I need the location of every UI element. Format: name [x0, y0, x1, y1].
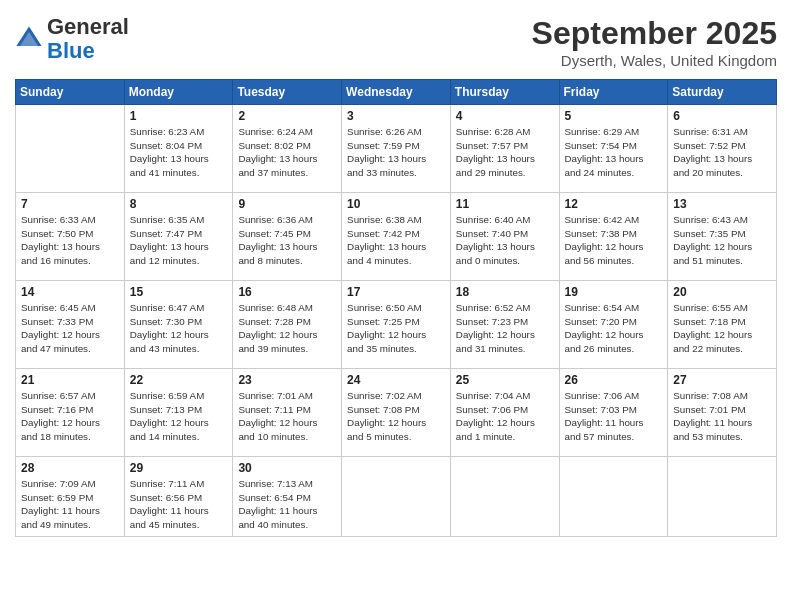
calendar-week-4: 21Sunrise: 6:57 AMSunset: 7:16 PMDayligh…	[16, 369, 777, 457]
table-row	[450, 457, 559, 537]
day-number: 20	[673, 285, 771, 299]
day-number: 5	[565, 109, 663, 123]
day-number: 26	[565, 373, 663, 387]
day-info: Sunrise: 7:01 AMSunset: 7:11 PMDaylight:…	[238, 389, 336, 444]
day-number: 30	[238, 461, 336, 475]
table-row: 27Sunrise: 7:08 AMSunset: 7:01 PMDayligh…	[668, 369, 777, 457]
day-number: 24	[347, 373, 445, 387]
calendar-week-1: 1Sunrise: 6:23 AMSunset: 8:04 PMDaylight…	[16, 105, 777, 193]
day-info: Sunrise: 6:28 AMSunset: 7:57 PMDaylight:…	[456, 125, 554, 180]
logo-icon	[15, 25, 43, 53]
day-number: 12	[565, 197, 663, 211]
weekday-header-row: SundayMondayTuesdayWednesdayThursdayFrid…	[16, 80, 777, 105]
weekday-saturday: Saturday	[668, 80, 777, 105]
day-number: 23	[238, 373, 336, 387]
location: Dyserth, Wales, United Kingdom	[532, 52, 777, 69]
table-row: 2Sunrise: 6:24 AMSunset: 8:02 PMDaylight…	[233, 105, 342, 193]
table-row: 28Sunrise: 7:09 AMSunset: 6:59 PMDayligh…	[16, 457, 125, 537]
day-number: 21	[21, 373, 119, 387]
calendar-week-3: 14Sunrise: 6:45 AMSunset: 7:33 PMDayligh…	[16, 281, 777, 369]
table-row: 13Sunrise: 6:43 AMSunset: 7:35 PMDayligh…	[668, 193, 777, 281]
day-number: 8	[130, 197, 228, 211]
day-info: Sunrise: 7:08 AMSunset: 7:01 PMDaylight:…	[673, 389, 771, 444]
day-number: 10	[347, 197, 445, 211]
day-info: Sunrise: 6:33 AMSunset: 7:50 PMDaylight:…	[21, 213, 119, 268]
day-number: 15	[130, 285, 228, 299]
title-block: September 2025 Dyserth, Wales, United Ki…	[532, 15, 777, 69]
table-row: 6Sunrise: 6:31 AMSunset: 7:52 PMDaylight…	[668, 105, 777, 193]
table-row: 24Sunrise: 7:02 AMSunset: 7:08 PMDayligh…	[342, 369, 451, 457]
calendar-week-2: 7Sunrise: 6:33 AMSunset: 7:50 PMDaylight…	[16, 193, 777, 281]
day-info: Sunrise: 7:09 AMSunset: 6:59 PMDaylight:…	[21, 477, 119, 532]
day-info: Sunrise: 6:47 AMSunset: 7:30 PMDaylight:…	[130, 301, 228, 356]
day-info: Sunrise: 6:38 AMSunset: 7:42 PMDaylight:…	[347, 213, 445, 268]
logo-general: General	[47, 14, 129, 39]
table-row: 23Sunrise: 7:01 AMSunset: 7:11 PMDayligh…	[233, 369, 342, 457]
day-info: Sunrise: 6:26 AMSunset: 7:59 PMDaylight:…	[347, 125, 445, 180]
table-row: 17Sunrise: 6:50 AMSunset: 7:25 PMDayligh…	[342, 281, 451, 369]
day-number: 1	[130, 109, 228, 123]
day-info: Sunrise: 6:55 AMSunset: 7:18 PMDaylight:…	[673, 301, 771, 356]
day-number: 27	[673, 373, 771, 387]
day-info: Sunrise: 6:35 AMSunset: 7:47 PMDaylight:…	[130, 213, 228, 268]
table-row: 20Sunrise: 6:55 AMSunset: 7:18 PMDayligh…	[668, 281, 777, 369]
page-header: General Blue September 2025 Dyserth, Wal…	[15, 15, 777, 69]
day-info: Sunrise: 6:36 AMSunset: 7:45 PMDaylight:…	[238, 213, 336, 268]
day-info: Sunrise: 6:43 AMSunset: 7:35 PMDaylight:…	[673, 213, 771, 268]
weekday-tuesday: Tuesday	[233, 80, 342, 105]
table-row: 4Sunrise: 6:28 AMSunset: 7:57 PMDaylight…	[450, 105, 559, 193]
logo: General Blue	[15, 15, 129, 63]
table-row: 26Sunrise: 7:06 AMSunset: 7:03 PMDayligh…	[559, 369, 668, 457]
day-info: Sunrise: 6:45 AMSunset: 7:33 PMDaylight:…	[21, 301, 119, 356]
day-number: 19	[565, 285, 663, 299]
table-row: 19Sunrise: 6:54 AMSunset: 7:20 PMDayligh…	[559, 281, 668, 369]
day-info: Sunrise: 7:04 AMSunset: 7:06 PMDaylight:…	[456, 389, 554, 444]
table-row: 16Sunrise: 6:48 AMSunset: 7:28 PMDayligh…	[233, 281, 342, 369]
day-number: 2	[238, 109, 336, 123]
table-row: 30Sunrise: 7:13 AMSunset: 6:54 PMDayligh…	[233, 457, 342, 537]
table-row: 29Sunrise: 7:11 AMSunset: 6:56 PMDayligh…	[124, 457, 233, 537]
day-number: 17	[347, 285, 445, 299]
table-row: 1Sunrise: 6:23 AMSunset: 8:04 PMDaylight…	[124, 105, 233, 193]
table-row: 12Sunrise: 6:42 AMSunset: 7:38 PMDayligh…	[559, 193, 668, 281]
table-row: 3Sunrise: 6:26 AMSunset: 7:59 PMDaylight…	[342, 105, 451, 193]
day-info: Sunrise: 7:13 AMSunset: 6:54 PMDaylight:…	[238, 477, 336, 532]
weekday-sunday: Sunday	[16, 80, 125, 105]
weekday-friday: Friday	[559, 80, 668, 105]
day-info: Sunrise: 6:42 AMSunset: 7:38 PMDaylight:…	[565, 213, 663, 268]
day-number: 28	[21, 461, 119, 475]
day-number: 7	[21, 197, 119, 211]
table-row: 22Sunrise: 6:59 AMSunset: 7:13 PMDayligh…	[124, 369, 233, 457]
weekday-wednesday: Wednesday	[342, 80, 451, 105]
day-info: Sunrise: 6:29 AMSunset: 7:54 PMDaylight:…	[565, 125, 663, 180]
calendar-table: SundayMondayTuesdayWednesdayThursdayFrid…	[15, 79, 777, 537]
calendar-week-5: 28Sunrise: 7:09 AMSunset: 6:59 PMDayligh…	[16, 457, 777, 537]
table-row: 5Sunrise: 6:29 AMSunset: 7:54 PMDaylight…	[559, 105, 668, 193]
day-info: Sunrise: 6:59 AMSunset: 7:13 PMDaylight:…	[130, 389, 228, 444]
day-number: 13	[673, 197, 771, 211]
table-row: 21Sunrise: 6:57 AMSunset: 7:16 PMDayligh…	[16, 369, 125, 457]
table-row: 9Sunrise: 6:36 AMSunset: 7:45 PMDaylight…	[233, 193, 342, 281]
table-row	[16, 105, 125, 193]
day-info: Sunrise: 6:40 AMSunset: 7:40 PMDaylight:…	[456, 213, 554, 268]
logo-blue: Blue	[47, 38, 95, 63]
day-number: 29	[130, 461, 228, 475]
day-info: Sunrise: 7:06 AMSunset: 7:03 PMDaylight:…	[565, 389, 663, 444]
day-number: 18	[456, 285, 554, 299]
day-info: Sunrise: 7:02 AMSunset: 7:08 PMDaylight:…	[347, 389, 445, 444]
day-number: 3	[347, 109, 445, 123]
table-row	[668, 457, 777, 537]
day-info: Sunrise: 6:52 AMSunset: 7:23 PMDaylight:…	[456, 301, 554, 356]
day-number: 6	[673, 109, 771, 123]
day-number: 11	[456, 197, 554, 211]
day-info: Sunrise: 7:11 AMSunset: 6:56 PMDaylight:…	[130, 477, 228, 532]
table-row: 7Sunrise: 6:33 AMSunset: 7:50 PMDaylight…	[16, 193, 125, 281]
day-info: Sunrise: 6:48 AMSunset: 7:28 PMDaylight:…	[238, 301, 336, 356]
day-number: 25	[456, 373, 554, 387]
day-info: Sunrise: 6:50 AMSunset: 7:25 PMDaylight:…	[347, 301, 445, 356]
day-info: Sunrise: 6:57 AMSunset: 7:16 PMDaylight:…	[21, 389, 119, 444]
month-title: September 2025	[532, 15, 777, 52]
table-row	[342, 457, 451, 537]
weekday-monday: Monday	[124, 80, 233, 105]
table-row: 11Sunrise: 6:40 AMSunset: 7:40 PMDayligh…	[450, 193, 559, 281]
